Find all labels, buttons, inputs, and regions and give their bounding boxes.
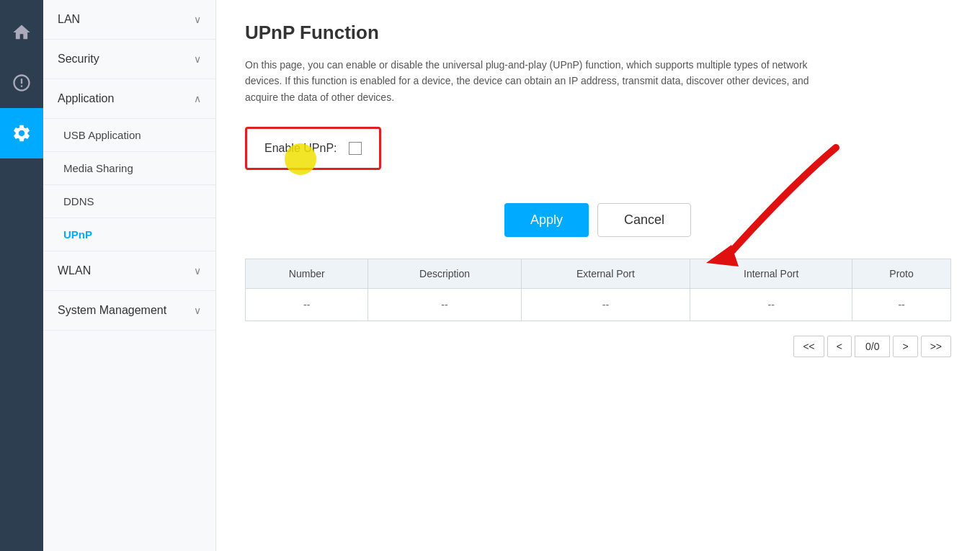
page-description: On this page, you can enable or disable … xyxy=(245,57,836,105)
sidebar-item-ddns[interactable]: DDNS xyxy=(43,185,215,218)
sidebar-application-label: Application xyxy=(58,92,114,105)
sidebar-item-upnp[interactable]: UPnP xyxy=(43,218,215,251)
cell-number: -- xyxy=(246,289,368,321)
sidebar-item-security[interactable]: Security ∨ xyxy=(43,40,215,79)
last-page-button[interactable]: >> xyxy=(921,336,951,357)
cell-proto: -- xyxy=(852,289,951,321)
home-icon[interactable] xyxy=(0,7,43,58)
main-content: UPnP Function On this page, you can enab… xyxy=(216,0,980,551)
page-title: UPnP Function xyxy=(245,22,951,44)
col-proto: Proto xyxy=(852,259,951,289)
cell-description: -- xyxy=(368,289,521,321)
cancel-button[interactable]: Cancel xyxy=(597,203,691,237)
next-page-button[interactable]: > xyxy=(893,336,917,357)
sidebar-media-label: Media Sharing xyxy=(63,162,133,174)
cell-internal-port: -- xyxy=(690,289,852,321)
settings-icon[interactable] xyxy=(0,108,43,158)
chevron-down-icon: ∨ xyxy=(194,265,201,277)
table-row: -- -- -- -- -- xyxy=(246,289,951,321)
status-icon[interactable] xyxy=(0,58,43,108)
first-page-button[interactable]: << xyxy=(793,336,824,357)
col-number: Number xyxy=(246,259,368,289)
sidebar-upnp-label: UPnP xyxy=(63,228,92,241)
sidebar-item-application[interactable]: Application ∧ xyxy=(43,79,215,119)
col-external-port: External Port xyxy=(521,259,690,289)
chevron-down-icon: ∨ xyxy=(194,14,201,25)
sidebar-item-lan[interactable]: LAN ∨ xyxy=(43,0,215,40)
sidebar-security-label: Security xyxy=(58,53,99,66)
sidebar-usb-label: USB Application xyxy=(63,129,141,141)
upnp-table: Number Description External Port Interna… xyxy=(245,259,951,321)
sidebar-item-usb-application[interactable]: USB Application xyxy=(43,119,215,152)
sidebar-lan-label: LAN xyxy=(58,13,80,26)
col-internal-port: Internal Port xyxy=(690,259,852,289)
col-description: Description xyxy=(368,259,521,289)
pagination: << < 0/0 > >> xyxy=(245,336,951,357)
cell-external-port: -- xyxy=(521,289,690,321)
upnp-enable-box: Enable UPnP: xyxy=(245,127,381,170)
enable-upnp-checkbox[interactable] xyxy=(349,142,362,155)
sidebar-icons xyxy=(0,0,43,551)
chevron-down-icon: ∨ xyxy=(194,53,201,65)
prev-page-button[interactable]: < xyxy=(827,336,852,357)
sidebar-nav: LAN ∨ Security ∨ Application ∧ USB Appli… xyxy=(43,0,216,551)
sidebar-sysmgmt-label: System Management xyxy=(58,304,166,317)
chevron-up-icon: ∧ xyxy=(194,93,201,104)
sidebar-item-system-management[interactable]: System Management ∨ xyxy=(43,291,215,331)
enable-upnp-label: Enable UPnP: xyxy=(264,142,337,155)
chevron-down-icon: ∨ xyxy=(194,305,201,316)
sidebar-item-wlan[interactable]: WLAN ∨ xyxy=(43,251,215,291)
buttons-row: Apply Cancel xyxy=(245,203,951,237)
apply-button[interactable]: Apply xyxy=(504,203,589,237)
sidebar-item-media-sharing[interactable]: Media Sharing xyxy=(43,152,215,185)
page-info: 0/0 xyxy=(855,336,890,357)
sidebar-ddns-label: DDNS xyxy=(63,195,94,207)
sidebar-wlan-label: WLAN xyxy=(58,264,91,277)
